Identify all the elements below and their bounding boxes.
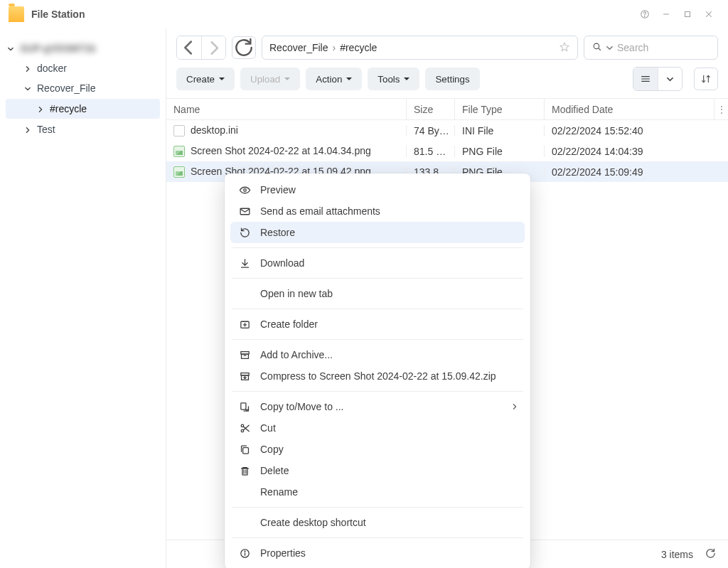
sidebar-item[interactable]: #recycle: [6, 99, 160, 119]
caret-down-icon: [219, 77, 225, 83]
search-icon: [592, 41, 602, 54]
settings-button[interactable]: Settings: [425, 68, 479, 90]
svg-point-14: [243, 188, 246, 191]
image-file-icon: [173, 146, 185, 157]
breadcrumb-segment[interactable]: #recycle: [340, 42, 377, 53]
maximize-icon[interactable]: [677, 4, 698, 25]
menu-compress-to[interactable]: Compress to Screen Shot 2024-02-22 at 15…: [230, 365, 525, 387]
svg-point-1: [644, 16, 645, 16]
menu-cut[interactable]: Cut: [230, 417, 525, 439]
caret-down-icon: [346, 77, 352, 83]
refresh-button[interactable]: [232, 36, 256, 59]
menu-open-new-tab[interactable]: Open in new tab: [230, 283, 525, 304]
upload-button[interactable]: Upload: [240, 68, 300, 90]
folder-plus-icon: [237, 317, 252, 331]
item-count: 3 items: [661, 549, 693, 560]
search-field[interactable]: [584, 36, 718, 60]
menu-desktop-shortcut[interactable]: Create desktop shortcut: [230, 512, 525, 533]
action-button[interactable]: Action: [306, 68, 362, 90]
cell-modified: 02/22/2024 15:09:49: [544, 166, 728, 178]
cell-name: Screen Shot 2024-02-22 at 14.04.34.png: [166, 145, 406, 157]
tree-root-label: SUP-gVDSM71b: [20, 43, 96, 54]
column-options-icon[interactable]: ⋮: [714, 99, 728, 119]
col-name[interactable]: Name: [166, 99, 406, 119]
restore-icon: [237, 225, 252, 240]
menu-create-folder[interactable]: Create folder: [230, 314, 525, 335]
path-field[interactable]: Recover_File › #recycle: [262, 36, 578, 60]
menu-preview[interactable]: Preview: [230, 179, 525, 200]
breadcrumb-segment[interactable]: Recover_File: [269, 42, 328, 53]
sort-button[interactable]: [694, 68, 718, 90]
trash-icon: [237, 463, 252, 478]
chevron-right-icon[interactable]: [36, 103, 46, 114]
menu-copy-move[interactable]: Copy to/Move to ...: [230, 396, 525, 417]
cell-size: 74 By…: [406, 125, 454, 136]
help-icon[interactable]: [634, 4, 655, 25]
cell-name: desktop.ini: [166, 124, 406, 136]
minimize-icon[interactable]: [655, 4, 677, 25]
star-icon[interactable]: [559, 41, 570, 55]
chevron-right-icon[interactable]: [23, 124, 33, 135]
menu-separator: [232, 339, 523, 340]
forward-button[interactable]: [201, 36, 225, 59]
tools-button[interactable]: Tools: [368, 68, 419, 90]
image-file-icon: [173, 166, 185, 178]
refresh-icon[interactable]: [705, 547, 717, 562]
chevron-down-icon[interactable]: [606, 42, 613, 53]
toolbar-nav: Recover_File › #recycle: [166, 28, 728, 64]
titlebar: File Station: [0, 0, 728, 28]
svg-rect-32: [242, 447, 248, 454]
create-button[interactable]: Create: [176, 68, 235, 90]
col-size[interactable]: Size: [406, 99, 454, 119]
list-view-icon[interactable]: [633, 68, 658, 90]
view-mode-dropdown[interactable]: [658, 68, 682, 90]
toolbar-actions: Create Upload Action Tools Settings: [166, 64, 728, 98]
menu-properties[interactable]: Properties: [230, 542, 525, 564]
menu-delete[interactable]: Delete: [230, 460, 525, 481]
search-input[interactable]: [617, 42, 710, 53]
chevron-down-icon[interactable]: [6, 43, 16, 54]
menu-send-email[interactable]: Send as email attachments: [230, 200, 525, 222]
sidebar-item-label: Recover_File: [37, 82, 95, 94]
scissors-icon: [237, 421, 252, 435]
context-menu: Preview Send as email attachments Restor…: [225, 173, 530, 568]
col-modified[interactable]: Modified Date: [544, 99, 714, 119]
breadcrumb-separator: ›: [332, 42, 336, 53]
close-icon[interactable]: [698, 4, 719, 25]
cell-modified: 02/22/2024 14:04:39: [544, 146, 728, 157]
back-button[interactable]: [177, 36, 201, 59]
menu-separator: [232, 247, 523, 248]
svg-line-8: [599, 48, 601, 50]
sidebar: SUP-gVDSM71b dockerRecover_File#recycleT…: [0, 28, 166, 568]
svg-rect-27: [240, 402, 245, 409]
sidebar-item-label: #recycle: [50, 103, 87, 114]
menu-restore[interactable]: Restore: [230, 222, 525, 243]
menu-download[interactable]: Download: [230, 252, 525, 274]
menu-separator: [232, 507, 523, 508]
chevron-right-icon[interactable]: [23, 63, 33, 74]
menu-rename[interactable]: Rename: [230, 481, 525, 503]
archive-icon: [237, 348, 252, 362]
cell-type: INI File: [454, 125, 544, 136]
col-type[interactable]: File Type: [454, 99, 544, 119]
svg-marker-6: [560, 43, 569, 51]
eye-icon: [237, 183, 252, 197]
archive-down-icon: [237, 369, 252, 383]
chevron-down-icon[interactable]: [23, 82, 33, 94]
info-icon: [237, 546, 252, 560]
cell-type: PNG File: [454, 146, 544, 157]
sidebar-item[interactable]: docker: [0, 58, 166, 78]
table-head: Name Size File Type Modified Date ⋮: [166, 99, 728, 120]
menu-separator: [232, 391, 523, 392]
sidebar-item[interactable]: Recover_File: [0, 78, 166, 98]
sidebar-item[interactable]: Test: [0, 119, 166, 139]
menu-separator: [232, 309, 523, 309]
menu-copy[interactable]: Copy: [230, 439, 525, 460]
menu-add-archive[interactable]: Add to Archive...: [230, 344, 525, 365]
svg-rect-22: [241, 354, 248, 358]
menu-separator: [232, 537, 523, 538]
table-row[interactable]: desktop.ini74 By…INI File02/22/2024 15:5…: [166, 120, 728, 141]
table-row[interactable]: Screen Shot 2024-02-22 at 14.04.34.png81…: [166, 141, 728, 161]
cell-modified: 02/22/2024 15:52:40: [544, 125, 728, 136]
tree-root[interactable]: SUP-gVDSM71b: [0, 38, 166, 58]
